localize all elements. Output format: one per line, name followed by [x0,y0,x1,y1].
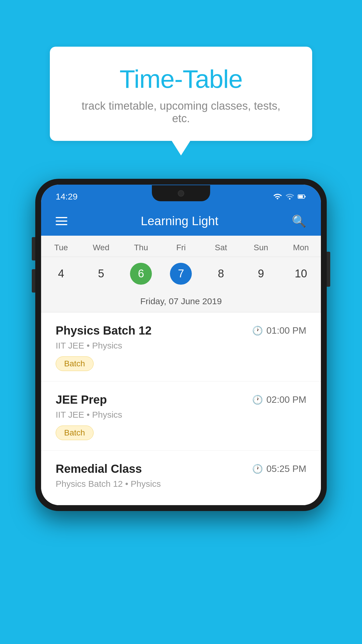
selected-date-label: Friday, 07 June 2019 [41,293,321,312]
schedule-item-3-header: Remedial Class 🕐 05:25 PM [56,462,306,475]
schedule-item-2-header: JEE Prep 🕐 02:00 PM [56,393,306,406]
phone-button-power [327,252,330,287]
wifi-icon [273,192,282,201]
day-fri: Fri [161,242,201,254]
phone-button-volume-up [32,237,35,260]
schedule-item-1-time-text: 01:00 PM [266,325,306,336]
day-sat: Sat [201,242,241,254]
day-sun: Sun [241,242,281,254]
schedule-item-1-time: 🕐 01:00 PM [252,325,306,336]
speech-bubble: Time-Table track timetable, upcoming cla… [50,47,312,141]
date-7[interactable]: 7 [161,260,201,288]
svg-rect-3 [305,196,306,197]
schedule-item-1[interactable]: Physics Batch 12 🕐 01:00 PM IIT JEE • Ph… [41,312,321,382]
date-4[interactable]: 4 [41,260,81,288]
schedule-item-1-header: Physics Batch 12 🕐 01:00 PM [56,324,306,337]
battery-icon [298,192,306,201]
schedule-item-3-subtitle: Physics Batch 12 • Physics [56,479,306,489]
phone-body: 14:29 [35,179,327,511]
schedule-item-1-subtitle: IIT JEE • Physics [56,341,306,351]
status-icons [273,192,306,201]
schedule-item-1-title: Physics Batch 12 [56,324,152,337]
clock-icon-3: 🕐 [252,464,263,474]
date-9[interactable]: 9 [241,260,281,288]
speech-bubble-title: Time-Table [73,64,289,94]
calendar-dates: 4 5 6 7 8 9 10 [41,257,321,293]
clock-icon-2: 🕐 [252,395,263,405]
status-time: 14:29 [56,192,78,202]
speech-bubble-wrapper: Time-Table track timetable, upcoming cla… [50,47,312,141]
day-wed: Wed [81,242,121,254]
day-mon: Mon [281,242,321,254]
schedule-item-2[interactable]: JEE Prep 🕐 02:00 PM IIT JEE • Physics Ba… [41,382,321,451]
svg-rect-2 [298,195,303,198]
phone-screen: 14:29 [41,185,321,505]
date-5[interactable]: 5 [81,260,121,288]
schedule-item-1-badge: Batch [56,356,94,371]
svg-rect-0 [289,198,291,200]
schedule-item-2-title: JEE Prep [56,393,107,406]
app-bar: Learning Light 🔍 [41,206,321,236]
phone-mockup: 14:29 [35,179,327,511]
schedule-item-3[interactable]: Remedial Class 🕐 05:25 PM Physics Batch … [41,451,321,505]
date-8[interactable]: 8 [201,260,241,288]
search-icon[interactable]: 🔍 [292,214,306,228]
day-thu: Thu [121,242,161,254]
date-10[interactable]: 10 [281,260,321,288]
phone-button-volume-down [32,269,35,293]
schedule-item-3-time: 🕐 05:25 PM [252,463,306,474]
schedule-item-2-subtitle: IIT JEE • Physics [56,410,306,420]
date-6[interactable]: 6 [121,260,161,288]
menu-icon[interactable] [56,217,67,225]
schedule-item-3-time-text: 05:25 PM [266,463,306,474]
schedule-item-2-time: 🕐 02:00 PM [252,394,306,405]
day-tue: Tue [41,242,81,254]
app-title: Learning Light [141,214,218,228]
calendar-days-header: Tue Wed Thu Fri Sat Sun Mon [41,236,321,257]
schedule-item-2-time-text: 02:00 PM [266,394,306,405]
schedule-item-3-title: Remedial Class [56,462,142,475]
phone-camera [178,190,184,197]
speech-bubble-subtitle: track timetable, upcoming classes, tests… [73,100,289,125]
clock-icon-1: 🕐 [252,326,263,336]
phone-notch [152,185,210,201]
signal-icon [285,192,294,201]
schedule-item-2-badge: Batch [56,426,94,440]
